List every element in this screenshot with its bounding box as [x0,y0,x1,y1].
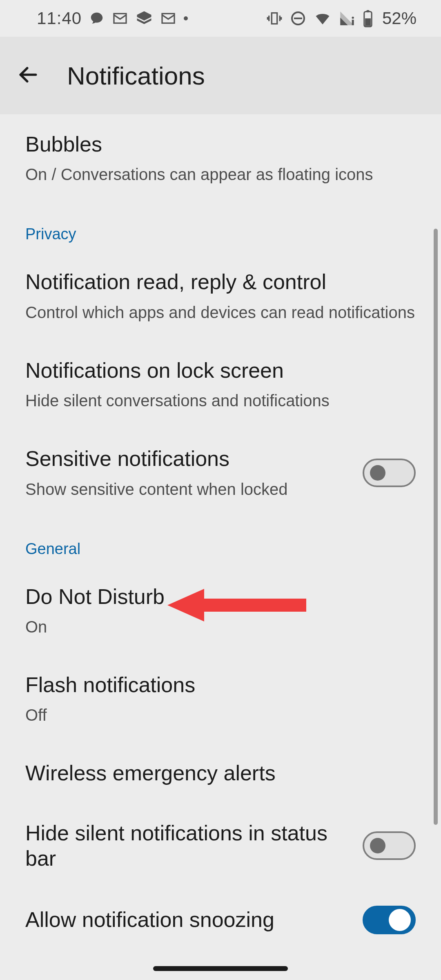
wifi-icon [314,9,332,27]
status-bar-right: 52% [266,9,416,28]
battery-percent: 52% [382,9,416,28]
vibrate-icon [266,10,283,27]
svg-rect-2 [352,20,354,25]
setting-title: Allow notification snoozing [25,907,346,932]
signal-icon [339,10,355,27]
gesture-nav-handle[interactable] [153,966,288,971]
section-general: General [0,517,441,567]
setting-sensitive-notifications[interactable]: Sensitive notifications Show sensitive c… [0,429,441,517]
setting-bubbles[interactable]: Bubbles On / Conversations can appear as… [0,114,441,203]
svg-point-3 [352,17,354,19]
setting-subtitle: Show sensitive content when locked [25,478,346,500]
setting-title: Notifications on lock screen [25,358,416,383]
setting-lock-screen[interactable]: Notifications on lock screen Hide silent… [0,341,441,429]
setting-title: Hide silent notifications in status bar [25,820,336,871]
setting-title: Flash notifications [25,672,416,697]
arrow-back-icon [17,63,40,88]
status-bar: 11:40 52% [0,0,441,37]
scrollbar-indicator [434,229,438,825]
svg-rect-5 [366,10,369,13]
mail-app1-icon [112,10,128,27]
setting-read-reply-control[interactable]: Notification read, reply & control Contr… [0,252,441,340]
box-icon [136,10,153,27]
chat-bubble-icon [89,11,105,26]
page-title: Notifications [67,61,205,90]
status-time: 11:40 [37,9,82,28]
battery-icon [363,9,373,27]
setting-title: Do Not Disturb [25,584,416,609]
setting-do-not-disturb[interactable]: Do Not Disturb On [0,567,441,655]
section-privacy: Privacy [0,203,441,252]
setting-subtitle: Control which apps and devices can read … [25,301,416,323]
setting-subtitle: Hide silent conversations and notificati… [25,390,416,412]
setting-allow-snoozing[interactable]: Allow notification snoozing [0,889,441,951]
mail-app2-icon [160,10,176,27]
setting-title: Notification read, reply & control [25,269,416,294]
setting-title: Wireless emergency alerts [25,760,416,786]
do-not-disturb-icon [290,10,306,27]
setting-title: Bubbles [25,131,416,157]
hide-silent-toggle[interactable] [363,831,416,860]
svg-rect-6 [365,18,371,26]
settings-list: Bubbles On / Conversations can appear as… [0,114,441,968]
setting-hide-silent-statusbar[interactable]: Hide silent notifications in status bar [0,803,441,889]
sensitive-toggle[interactable] [363,459,416,487]
setting-wireless-emergency-alerts[interactable]: Wireless emergency alerts [0,743,441,803]
setting-subtitle: On [25,616,416,638]
app-bar: Notifications [0,37,441,114]
setting-subtitle: On / Conversations can appear as floatin… [25,163,416,185]
setting-subtitle: Off [25,704,416,726]
setting-title: Sensitive notifications [25,446,346,471]
back-button[interactable] [14,61,42,90]
setting-flash-notifications[interactable]: Flash notifications Off [0,655,441,743]
status-bar-left: 11:40 [37,9,188,28]
more-notifications-dot-icon [184,16,188,20]
snooze-toggle[interactable] [363,906,416,934]
